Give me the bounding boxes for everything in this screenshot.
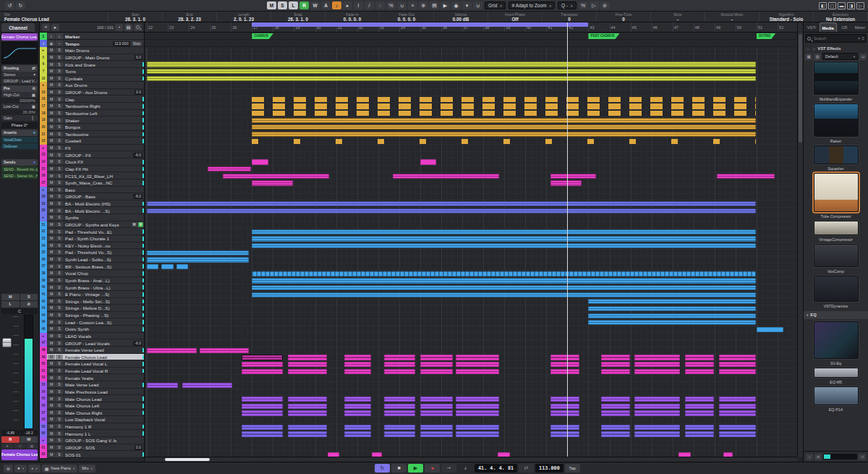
pan-control[interactable]: C xyxy=(1,308,38,314)
plugin-card-vstdynamics[interactable]: VSTDynamics xyxy=(804,276,868,308)
write-automation-button[interactable]: W xyxy=(20,436,38,443)
track-color-tab[interactable]: 34 xyxy=(40,242,47,250)
clip[interactable] xyxy=(685,404,714,409)
clip[interactable] xyxy=(420,397,454,402)
clip[interactable] xyxy=(719,425,756,430)
window-layout-button-1[interactable]: ▢ xyxy=(828,2,836,9)
clip[interactable] xyxy=(344,355,371,360)
track-row[interactable]: 55MSMale Chorus Lead xyxy=(40,395,144,402)
mute-button[interactable]: M xyxy=(48,132,55,137)
track-row[interactable]: 58MSLow Slapback Vocal xyxy=(40,416,144,423)
mute-button[interactable]: M xyxy=(48,159,55,164)
solo-button[interactable]: S xyxy=(56,55,63,60)
clip[interactable] xyxy=(719,431,756,436)
group-gain-value[interactable]: -6.0 xyxy=(133,341,142,346)
search-tracks-icon[interactable] xyxy=(134,24,142,31)
clip[interactable] xyxy=(288,355,327,360)
folder-track-color-tab[interactable]: ▸ xyxy=(40,437,47,444)
inserts-section-header[interactable]: Inserts● xyxy=(1,130,38,136)
info-field-start[interactable]: Start26. 3. 1. 0 xyxy=(109,12,163,22)
clip[interactable] xyxy=(384,410,415,415)
mute-button[interactable]: M xyxy=(48,250,55,255)
clip[interactable] xyxy=(719,369,756,374)
cycle-button[interactable]: ↻ xyxy=(375,464,390,473)
mute-button[interactable]: M xyxy=(48,326,55,331)
track-color-tab[interactable]: 28 xyxy=(40,193,47,200)
timeline-ruler[interactable]: 2223242526272829303132333435363738394041… xyxy=(145,22,797,33)
plugin-card-eq-p1a[interactable]: EQ-P1A xyxy=(804,386,868,412)
clip[interactable] xyxy=(384,404,415,409)
track-row[interactable]: 28MSGROUP - Bass-6.0 xyxy=(40,193,144,200)
tempo-display[interactable]: 113.000 xyxy=(535,464,563,473)
track-row[interactable]: 31MSGROUP - Synths and KeysWR xyxy=(40,221,144,229)
musical-mode-icon[interactable]: ♪ xyxy=(332,1,341,9)
clip[interactable] xyxy=(634,355,680,360)
plugin-card-vintagecompressor[interactable]: VintageCompressor xyxy=(804,221,868,242)
window-layout-button-2[interactable]: ▬ xyxy=(838,2,846,9)
solo-button[interactable]: S xyxy=(56,334,63,339)
mute-button[interactable]: M xyxy=(48,305,55,310)
track-color-tab[interactable]: 44 xyxy=(40,312,47,319)
clip[interactable] xyxy=(550,425,579,430)
arrangement-canvas[interactable] xyxy=(145,47,797,459)
clip[interactable] xyxy=(384,362,415,367)
plugin-card-dj-eq[interactable]: DJ-Eq xyxy=(804,321,868,365)
solo-button[interactable]: S xyxy=(56,431,63,436)
clip[interactable] xyxy=(550,369,579,374)
undo-button[interactable]: ↺ xyxy=(5,1,14,9)
clip[interactable] xyxy=(420,431,454,436)
new-parts-select[interactable]: ▦New Parts▾ xyxy=(42,465,78,473)
global-r-button[interactable]: R xyxy=(299,1,309,9)
channel-eq-curve[interactable] xyxy=(1,42,38,64)
automation-badge-r[interactable]: R xyxy=(138,222,143,227)
track-color-tab[interactable]: 57 xyxy=(40,410,47,417)
quantize-option-icon-1[interactable]: ▷ xyxy=(590,1,599,9)
quantize-select[interactable]: Q -▾ xyxy=(558,1,576,9)
mute-button[interactable]: M xyxy=(48,368,55,373)
solo-button[interactable]: S xyxy=(56,278,63,283)
global-w-button[interactable]: W xyxy=(310,1,320,9)
track-color-tab[interactable]: 46 xyxy=(40,326,47,333)
clip[interactable] xyxy=(252,229,756,234)
track-color-tab[interactable]: 58 xyxy=(40,416,47,423)
keyboard-icon[interactable]: ▤ xyxy=(26,444,38,449)
info-field-end[interactable]: End28. 3. 2. 23 xyxy=(163,12,217,22)
clip[interactable] xyxy=(384,425,415,430)
folder-track-color-tab[interactable]: ▸ xyxy=(40,333,47,340)
solo-button[interactable]: S xyxy=(56,305,63,310)
mute-button[interactable]: M xyxy=(48,194,55,199)
clip[interactable] xyxy=(242,431,283,436)
clip[interactable] xyxy=(288,397,327,402)
tool-scrub-tool[interactable]: ◉ xyxy=(451,1,461,9)
solo-button[interactable]: S xyxy=(56,417,63,422)
tab-vsti[interactable]: VSTi xyxy=(804,22,820,32)
clip[interactable] xyxy=(601,362,630,367)
tool-comp-tool[interactable]: ▤ xyxy=(430,1,439,9)
mute-button[interactable]: M xyxy=(48,285,55,290)
clip[interactable] xyxy=(147,264,158,269)
clip[interactable] xyxy=(719,410,756,415)
mute-button[interactable]: M xyxy=(48,215,55,220)
clip[interactable] xyxy=(588,306,756,311)
clip[interactable] xyxy=(242,397,283,402)
clip[interactable] xyxy=(252,159,268,164)
insert-slot[interactable]: VocalChain xyxy=(1,137,38,143)
track-color-tab[interactable]: 21 xyxy=(40,131,47,138)
mute-button[interactable]: M xyxy=(48,103,55,109)
input-routing-select[interactable]: Stereo▾ xyxy=(1,72,38,78)
edit-channel-icon[interactable]: e xyxy=(1,444,13,449)
track-row[interactable]: 34MSKEY - Noisy Electr...no xyxy=(40,242,144,250)
solo-button[interactable]: S xyxy=(56,424,63,429)
clip[interactable] xyxy=(242,369,283,374)
plugin-card-tube-compressor[interactable]: Tube Compressor xyxy=(804,173,868,219)
folder-track-color-tab[interactable]: ▸ xyxy=(40,47,47,54)
clip[interactable] xyxy=(252,180,293,185)
clip[interactable] xyxy=(456,369,499,374)
track-color-tab[interactable]: 54 xyxy=(40,389,47,396)
track-row[interactable]: ▸MSLEAD Vocals xyxy=(40,333,144,340)
add-marker-icon[interactable]: ⊦ xyxy=(48,33,55,39)
clip[interactable] xyxy=(384,355,415,360)
track-row[interactable]: 19MSShaker xyxy=(40,117,144,124)
solo-button[interactable]: S xyxy=(56,299,63,304)
track-color-tab[interactable]: 60 xyxy=(40,430,47,437)
